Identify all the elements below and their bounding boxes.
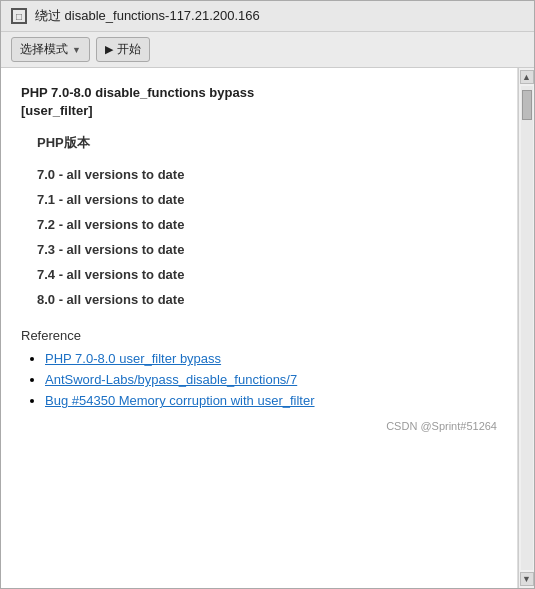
scrollbar[interactable]: ▲ ▼ <box>518 68 534 588</box>
list-item: PHP 7.0-8.0 user_filter bypass <box>45 351 497 366</box>
version-item: 7.2 - all versions to date <box>37 212 497 237</box>
play-icon: ▶ <box>105 43 113 56</box>
list-item: AntSword-Labs/bypass_disable_functions/7 <box>45 372 497 387</box>
version-item: 7.3 - all versions to date <box>37 237 497 262</box>
content-area: PHP 7.0-8.0 disable_functions bypass[use… <box>1 68 534 588</box>
list-item: Bug #54350 Memory corruption with user_f… <box>45 393 497 408</box>
version-item: 8.0 - all versions to date <box>37 287 497 312</box>
select-mode-label: 选择模式 <box>20 41 68 58</box>
watermark: CSDN @Sprint#51264 <box>21 420 497 432</box>
select-mode-button[interactable]: 选择模式 ▼ <box>11 37 90 62</box>
reference-link-3[interactable]: Bug #54350 Memory corruption with user_f… <box>45 393 315 408</box>
start-label: 开始 <box>117 41 141 58</box>
scroll-down-arrow[interactable]: ▼ <box>520 572 534 586</box>
title-bar: □ 绕过 disable_functions-117.21.200.166 <box>1 1 534 32</box>
window-icon: □ <box>11 8 27 24</box>
window-title: 绕过 disable_functions-117.21.200.166 <box>35 7 260 25</box>
version-item: 7.0 - all versions to date <box>37 162 497 187</box>
reference-list: PHP 7.0-8.0 user_filter bypass AntSword-… <box>21 351 497 408</box>
version-list: 7.0 - all versions to date 7.1 - all ver… <box>37 162 497 312</box>
start-button[interactable]: ▶ 开始 <box>96 37 150 62</box>
main-panel: PHP 7.0-8.0 disable_functions bypass[use… <box>1 68 518 588</box>
scroll-track[interactable] <box>521 86 533 570</box>
window: □ 绕过 disable_functions-117.21.200.166 选择… <box>0 0 535 589</box>
header-title: PHP 7.0-8.0 disable_functions bypass[use… <box>21 84 497 120</box>
reference-title: Reference <box>21 328 497 343</box>
version-item: 7.4 - all versions to date <box>37 262 497 287</box>
reference-section: Reference PHP 7.0-8.0 user_filter bypass… <box>21 328 497 432</box>
dropdown-arrow-icon: ▼ <box>72 45 81 55</box>
scroll-thumb[interactable] <box>522 90 532 120</box>
reference-link-2[interactable]: AntSword-Labs/bypass_disable_functions/7 <box>45 372 297 387</box>
section-label: PHP版本 <box>37 134 497 152</box>
scroll-up-arrow[interactable]: ▲ <box>520 70 534 84</box>
reference-link-1[interactable]: PHP 7.0-8.0 user_filter bypass <box>45 351 221 366</box>
version-item: 7.1 - all versions to date <box>37 187 497 212</box>
toolbar: 选择模式 ▼ ▶ 开始 <box>1 32 534 68</box>
